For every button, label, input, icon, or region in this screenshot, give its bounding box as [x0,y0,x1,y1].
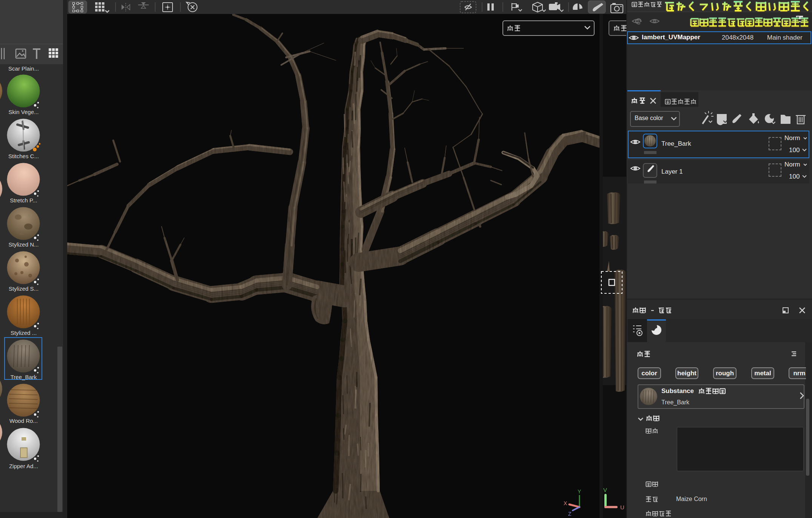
svg-text:Z: Z [568,511,572,517]
svg-text:1: 1 [653,19,656,24]
svg-text:X: X [564,500,567,506]
svg-text:Y: Y [578,489,581,495]
svg-text:V: V [603,487,607,493]
svg-text:U: U [620,504,624,510]
